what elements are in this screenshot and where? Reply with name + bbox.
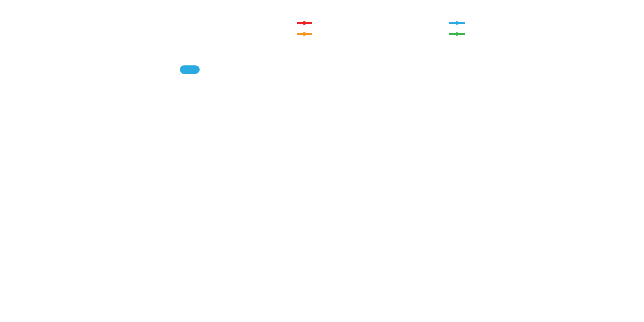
plot-area: [18, 4, 638, 283]
legend-item-promo: [297, 29, 413, 35]
x-axis-ticks: [18, 283, 638, 319]
legend-swatch-l4: [449, 33, 465, 35]
legend-item-promo-l3: [449, 18, 566, 24]
legend-swatch-promo: [297, 33, 312, 35]
legend-swatch-sales: [297, 22, 312, 24]
legend-swatch-l3: [449, 22, 465, 24]
annotation-pill: [180, 65, 200, 74]
legend: [297, 18, 566, 40]
legend-item-sales: [297, 18, 413, 24]
legend-item-promo-l4: [449, 29, 566, 35]
